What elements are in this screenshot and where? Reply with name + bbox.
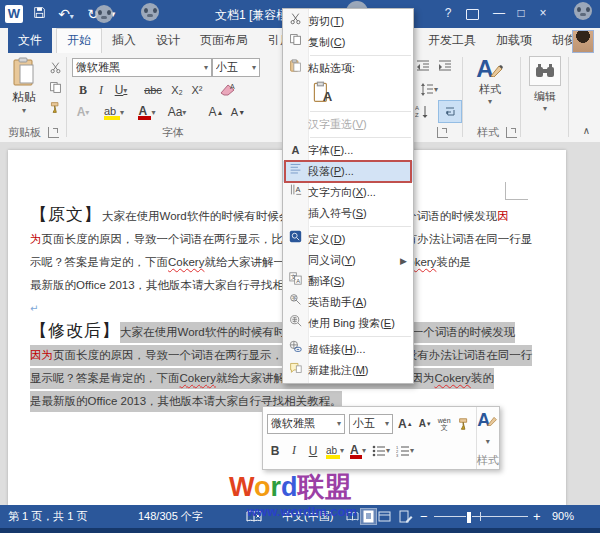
chevron-down-icon: ▾	[204, 63, 208, 72]
text-segment: 因为	[30, 345, 53, 366]
tab-insert[interactable]: 插入	[102, 28, 146, 53]
zoom-slider-thumb[interactable]	[466, 511, 472, 524]
mini-styles-label: 样式	[477, 453, 499, 468]
styles-dialog-launcher[interactable]	[506, 127, 517, 138]
paste-caret-icon: ▾	[4, 106, 44, 115]
mini-font-color-button[interactable]: A▾	[349, 443, 367, 459]
print-layout-view-button[interactable]	[361, 509, 376, 524]
paste-keep-source-icon: A	[313, 81, 335, 107]
menu-item-label: 剪切(T)	[308, 14, 407, 29]
maximize-button[interactable]: □	[510, 4, 532, 23]
ribbon-display-options-button[interactable]	[461, 4, 483, 23]
paragraph-heading: 【修改后】	[30, 320, 120, 341]
mini-numbering-button[interactable]: 123▾	[395, 445, 415, 457]
grow-font-button[interactable]: A▲	[206, 103, 226, 121]
show-hide-marks-button[interactable]	[438, 100, 462, 123]
font-a-icon: A	[283, 140, 308, 161]
mini-font-name-combo[interactable]: 微软雅黑▾	[267, 414, 345, 434]
menu-item-cut[interactable]: 剪切(T)	[283, 11, 413, 32]
paste-button[interactable]: 粘贴 ▾	[4, 57, 44, 121]
close-button[interactable]: ×	[532, 4, 554, 23]
bold-button[interactable]: B	[74, 81, 92, 99]
increase-indent-button[interactable]	[436, 58, 454, 74]
menu-item-hanzi-reselect[interactable]: 汉字重选(V)	[283, 114, 413, 135]
tab-home[interactable]: 开始	[56, 28, 102, 53]
bing-search-icon	[283, 313, 308, 334]
mini-styles-button[interactable]: A▾ 样式	[476, 407, 499, 469]
user-avatar[interactable]	[572, 30, 594, 53]
clear-formatting-button[interactable]: A	[216, 79, 240, 99]
zoom-level[interactable]: 90%	[552, 505, 574, 528]
shrink-font-button[interactable]: A▼	[228, 103, 248, 121]
menu-item-translate[interactable]: 文A翻译(S)	[283, 271, 413, 292]
underline-button[interactable]: U▾	[110, 81, 132, 99]
superscript-button[interactable]: X²	[188, 81, 206, 99]
menu-item-hyperlink[interactable]: 超链接(H)...	[283, 339, 413, 360]
zoom-in-button[interactable]: +	[533, 505, 541, 528]
format-painter-button[interactable]	[46, 99, 64, 115]
zoom-slider-track[interactable]	[434, 516, 528, 517]
word-count[interactable]: 148/305 个字	[138, 505, 203, 528]
strikethrough-button[interactable]: abc	[140, 81, 166, 99]
mini-format-painter-button[interactable]	[456, 417, 472, 431]
menu-item-text-direction[interactable]: A文字方向(X)...	[283, 182, 413, 203]
help-button[interactable]: ?	[437, 4, 459, 23]
mini-bold-button[interactable]: B	[267, 444, 283, 458]
menu-item-paragraph[interactable]: 段落(P)...	[283, 161, 413, 182]
sort-button[interactable]: AZ	[412, 102, 432, 120]
zoom-out-button[interactable]: −	[420, 505, 428, 528]
minimize-button[interactable]: —	[488, 4, 510, 23]
page-count[interactable]: 第 1 页，共 1 页	[8, 505, 87, 528]
tab-add-ins[interactable]: 加载项	[486, 28, 542, 53]
sticker-panda-icon	[95, 5, 113, 23]
decrease-indent-button[interactable]	[414, 58, 432, 74]
tab-file[interactable]: 文件	[8, 28, 52, 53]
font-color-button[interactable]: A ▾	[134, 103, 160, 121]
mini-phonetic-guide-button[interactable]: wén文	[437, 417, 452, 431]
menu-item-paste-keep-source[interactable]: A	[283, 79, 413, 109]
italic-button[interactable]: I	[94, 81, 108, 99]
change-case-button[interactable]: Aa▾	[164, 103, 190, 121]
cut-button[interactable]	[46, 59, 64, 75]
styles-button-label: 样式	[466, 82, 514, 97]
font-size-combo[interactable]: 小五▾	[212, 58, 260, 77]
menu-item-font[interactable]: A字体(F)...	[283, 140, 413, 161]
paragraph-dialog-launcher[interactable]	[437, 127, 448, 138]
menu-item-synonyms[interactable]: 同义词(Y)▶	[283, 250, 413, 271]
word-app-icon[interactable]: W	[5, 5, 23, 23]
status-shortcut-button[interactable]	[398, 509, 413, 524]
subscript-button[interactable]: X₂	[168, 81, 186, 99]
mini-bullets-button[interactable]: ▾	[371, 445, 391, 457]
editing-button[interactable]: 编辑 ▾	[526, 56, 564, 122]
mini-highlight-button[interactable]: ab▾	[325, 443, 345, 459]
tab-design[interactable]: 设计	[146, 28, 190, 53]
mini-font-size-combo[interactable]: 小五▾	[349, 414, 393, 434]
clipboard-dialog-launcher[interactable]	[48, 127, 59, 138]
menu-item-new-comment[interactable]: 新建批注(M)	[283, 360, 413, 381]
menu-item-insert-symbol[interactable]: 插入符号(S)	[283, 203, 413, 224]
menu-item-english-assistant[interactable]: 英英语助手(A)	[283, 292, 413, 313]
sticker-panda-icon	[574, 2, 592, 20]
menu-item-define[interactable]: 定义(D)	[283, 229, 413, 250]
collapse-ribbon-button[interactable]: ∧	[583, 125, 590, 136]
tab-page-layout[interactable]: 页面布局	[190, 28, 258, 53]
save-icon	[33, 6, 46, 19]
mini-italic-button[interactable]: I	[287, 443, 301, 458]
menu-item-copy[interactable]: 复制(C)	[283, 32, 413, 53]
mini-underline-button[interactable]: U	[305, 444, 321, 458]
menu-item-bing-search[interactable]: 使用 Bing 搜索(E)	[283, 313, 413, 334]
undo-button[interactable]: ↶▾	[54, 4, 78, 24]
paragraph-heading: 【原文】	[30, 204, 102, 225]
highlight-color-button[interactable]: ab ▾	[100, 103, 128, 121]
mini-shrink-font-button[interactable]: A▼	[418, 418, 433, 429]
font-name-combo[interactable]: 微软雅黑▾	[72, 58, 212, 77]
tab-developer[interactable]: 开发工具	[418, 28, 486, 53]
web-layout-view-button[interactable]	[377, 509, 392, 524]
copy-button[interactable]	[46, 79, 64, 95]
save-button[interactable]	[30, 4, 48, 24]
mini-grow-font-button[interactable]: A▲	[397, 417, 414, 431]
text-effects-button[interactable]: A▾	[70, 103, 96, 121]
format-painter-icon	[457, 417, 471, 431]
styles-gallery-button[interactable]: A 样式 ▾	[466, 56, 514, 122]
line-spacing-button[interactable]: ▾	[416, 80, 442, 98]
